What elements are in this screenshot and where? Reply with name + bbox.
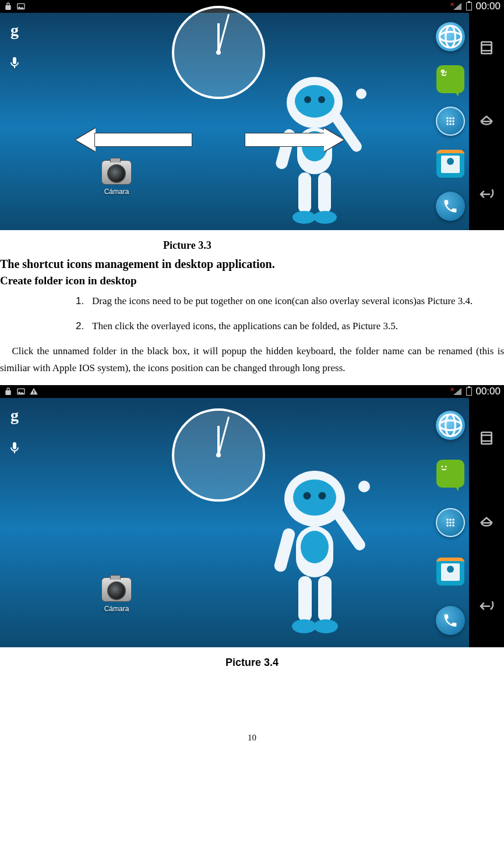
recent-apps-button[interactable] xyxy=(478,429,495,449)
phone-app[interactable] xyxy=(436,192,465,221)
status-time: 00:00 xyxy=(475,1,501,12)
google-icon[interactable]: g xyxy=(10,21,19,40)
heading-shortcut-management: The shortcut icons management in desktop… xyxy=(0,258,504,271)
svg-point-2 xyxy=(295,85,334,118)
camera-app[interactable]: Cámara xyxy=(96,160,137,196)
status-bar: ✕ 00:00 xyxy=(0,385,504,398)
page-number: 10 xyxy=(0,733,504,743)
svg-point-57 xyxy=(446,524,449,527)
list-text: Then click the overlayed icons, the appl… xyxy=(92,318,398,334)
svg-point-45 xyxy=(313,619,338,633)
svg-point-35 xyxy=(304,492,311,500)
svg-point-17 xyxy=(441,71,443,73)
svg-rect-29 xyxy=(481,45,492,54)
svg-point-50 xyxy=(445,466,447,468)
svg-rect-10 xyxy=(298,172,311,213)
svg-point-48 xyxy=(446,414,456,436)
svg-point-9 xyxy=(356,89,366,99)
clock-widget[interactable] xyxy=(172,408,265,502)
list-text: Drag the icons need to be put together o… xyxy=(92,293,473,309)
phone-app[interactable] xyxy=(436,606,465,635)
svg-point-52 xyxy=(449,519,452,521)
camera-label: Cámara xyxy=(96,188,137,196)
signal-icon xyxy=(453,388,461,395)
svg-point-38 xyxy=(301,531,329,563)
svg-point-14 xyxy=(439,26,461,48)
svg-rect-39 xyxy=(273,527,297,573)
svg-rect-32 xyxy=(33,393,34,394)
svg-point-49 xyxy=(441,466,443,468)
screenshot-picture-3-3: ✕ 00:00 g xyxy=(0,0,504,230)
back-button[interactable] xyxy=(478,596,495,616)
svg-rect-11 xyxy=(318,172,331,213)
picture-icon xyxy=(16,387,26,396)
svg-point-41 xyxy=(358,481,370,492)
svg-rect-43 xyxy=(318,576,332,622)
svg-point-54 xyxy=(446,521,449,524)
list-item: 1. Drag the icons need to be put togethe… xyxy=(76,293,504,309)
swipe-left-arrow xyxy=(76,128,192,151)
svg-point-26 xyxy=(449,124,452,126)
svg-point-27 xyxy=(452,124,454,126)
signal-icon xyxy=(453,3,461,10)
svg-rect-31 xyxy=(33,390,34,393)
instruction-list: 1. Drag the icons need to be put togethe… xyxy=(76,293,504,334)
svg-point-53 xyxy=(452,519,454,521)
caption-3-4: Picture 3.4 xyxy=(0,657,504,669)
mic-icon[interactable] xyxy=(8,441,22,457)
svg-point-24 xyxy=(452,121,454,123)
camera-label: Cámara xyxy=(96,605,137,613)
svg-point-16 xyxy=(446,26,456,48)
list-item: 2. Then click the overlayed icons, the a… xyxy=(76,318,504,334)
google-icon[interactable]: g xyxy=(10,406,19,425)
browser-app[interactable] xyxy=(436,411,465,440)
svg-point-21 xyxy=(452,118,454,120)
messaging-app[interactable] xyxy=(436,65,464,93)
svg-point-25 xyxy=(446,124,449,126)
svg-point-18 xyxy=(445,71,447,73)
svg-rect-61 xyxy=(481,435,492,444)
home-button[interactable] xyxy=(478,513,495,532)
svg-point-44 xyxy=(292,619,316,633)
contacts-app[interactable] xyxy=(436,150,464,178)
svg-point-4 xyxy=(318,96,325,103)
back-button[interactable] xyxy=(478,184,495,204)
apps-drawer[interactable] xyxy=(436,508,465,537)
camera-icon xyxy=(101,577,132,602)
list-number: 1. xyxy=(76,293,92,309)
status-time: 00:00 xyxy=(475,386,501,397)
no-signal-icon: ✕ xyxy=(450,1,454,8)
nav-bar xyxy=(469,13,504,230)
svg-point-47 xyxy=(439,420,461,430)
svg-point-59 xyxy=(452,524,454,527)
svg-rect-40 xyxy=(329,504,367,552)
no-signal-icon: ✕ xyxy=(450,386,454,393)
mic-icon[interactable] xyxy=(8,56,22,72)
camera-icon xyxy=(101,160,132,185)
svg-point-46 xyxy=(439,414,461,436)
svg-point-3 xyxy=(304,96,311,103)
svg-point-12 xyxy=(292,211,316,224)
svg-point-36 xyxy=(319,492,326,500)
clock-widget[interactable] xyxy=(172,6,265,99)
search-bar: g xyxy=(0,13,29,230)
body-paragraph: Click the unnamed folder in the black bo… xyxy=(0,343,504,377)
search-bar: g xyxy=(0,398,29,647)
svg-point-15 xyxy=(439,32,461,42)
dock xyxy=(433,400,468,645)
list-number: 2. xyxy=(76,318,92,334)
svg-point-13 xyxy=(313,211,337,224)
battery-icon xyxy=(466,387,472,396)
nav-bar xyxy=(469,398,504,647)
camera-app[interactable]: Cámara xyxy=(96,577,137,613)
battery-icon xyxy=(466,2,472,10)
apps-drawer[interactable] xyxy=(436,107,465,136)
contacts-app[interactable] xyxy=(436,558,464,586)
home-button[interactable] xyxy=(478,111,495,131)
recent-apps-button[interactable] xyxy=(478,39,495,59)
messaging-app[interactable] xyxy=(436,460,464,488)
picture-icon xyxy=(16,2,26,11)
browser-app[interactable] xyxy=(436,22,465,51)
svg-rect-60 xyxy=(481,432,492,441)
caption-3-3: Picture 3.3 xyxy=(163,239,504,252)
